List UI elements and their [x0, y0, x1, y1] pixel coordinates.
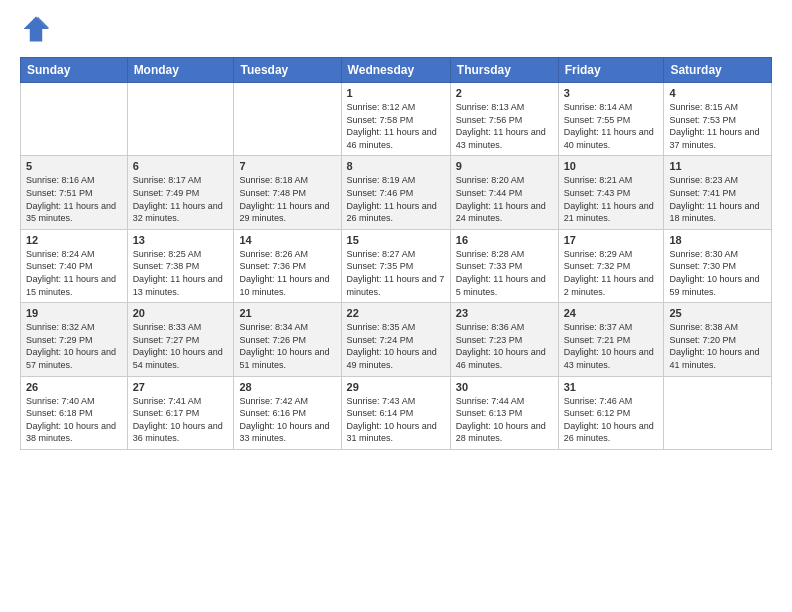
day-number: 10 — [564, 160, 659, 172]
calendar-day-cell: 19Sunrise: 8:32 AM Sunset: 7:29 PM Dayli… — [21, 303, 128, 376]
day-number: 13 — [133, 234, 229, 246]
calendar-day-cell: 15Sunrise: 8:27 AM Sunset: 7:35 PM Dayli… — [341, 229, 450, 302]
calendar-day-cell: 22Sunrise: 8:35 AM Sunset: 7:24 PM Dayli… — [341, 303, 450, 376]
day-number: 12 — [26, 234, 122, 246]
day-info: Sunrise: 8:13 AM Sunset: 7:56 PM Dayligh… — [456, 101, 553, 151]
day-number: 24 — [564, 307, 659, 319]
day-number: 30 — [456, 381, 553, 393]
logo-icon — [22, 15, 50, 43]
day-info: Sunrise: 8:28 AM Sunset: 7:33 PM Dayligh… — [456, 248, 553, 298]
calendar-day-cell: 6Sunrise: 8:17 AM Sunset: 7:49 PM Daylig… — [127, 156, 234, 229]
day-info: Sunrise: 7:46 AM Sunset: 6:12 PM Dayligh… — [564, 395, 659, 445]
calendar-day-cell: 12Sunrise: 8:24 AM Sunset: 7:40 PM Dayli… — [21, 229, 128, 302]
calendar-day-cell — [664, 376, 772, 449]
calendar-day-cell — [127, 83, 234, 156]
calendar-week-row: 5Sunrise: 8:16 AM Sunset: 7:51 PM Daylig… — [21, 156, 772, 229]
day-info: Sunrise: 8:20 AM Sunset: 7:44 PM Dayligh… — [456, 174, 553, 224]
calendar-day-cell: 26Sunrise: 7:40 AM Sunset: 6:18 PM Dayli… — [21, 376, 128, 449]
calendar-day-cell: 5Sunrise: 8:16 AM Sunset: 7:51 PM Daylig… — [21, 156, 128, 229]
calendar-day-cell: 4Sunrise: 8:15 AM Sunset: 7:53 PM Daylig… — [664, 83, 772, 156]
day-number: 4 — [669, 87, 766, 99]
day-number: 20 — [133, 307, 229, 319]
day-number: 15 — [347, 234, 445, 246]
day-info: Sunrise: 8:24 AM Sunset: 7:40 PM Dayligh… — [26, 248, 122, 298]
calendar-day-cell: 8Sunrise: 8:19 AM Sunset: 7:46 PM Daylig… — [341, 156, 450, 229]
calendar-day-cell — [21, 83, 128, 156]
day-number: 8 — [347, 160, 445, 172]
day-info: Sunrise: 7:40 AM Sunset: 6:18 PM Dayligh… — [26, 395, 122, 445]
calendar-day-cell: 29Sunrise: 7:43 AM Sunset: 6:14 PM Dayli… — [341, 376, 450, 449]
day-info: Sunrise: 7:43 AM Sunset: 6:14 PM Dayligh… — [347, 395, 445, 445]
day-info: Sunrise: 8:36 AM Sunset: 7:23 PM Dayligh… — [456, 321, 553, 371]
calendar-day-cell: 1Sunrise: 8:12 AM Sunset: 7:58 PM Daylig… — [341, 83, 450, 156]
calendar-day-cell: 13Sunrise: 8:25 AM Sunset: 7:38 PM Dayli… — [127, 229, 234, 302]
day-info: Sunrise: 8:21 AM Sunset: 7:43 PM Dayligh… — [564, 174, 659, 224]
calendar-day-cell: 25Sunrise: 8:38 AM Sunset: 7:20 PM Dayli… — [664, 303, 772, 376]
calendar-week-row: 19Sunrise: 8:32 AM Sunset: 7:29 PM Dayli… — [21, 303, 772, 376]
day-number: 28 — [239, 381, 335, 393]
calendar-day-cell: 2Sunrise: 8:13 AM Sunset: 7:56 PM Daylig… — [450, 83, 558, 156]
calendar-day-cell: 16Sunrise: 8:28 AM Sunset: 7:33 PM Dayli… — [450, 229, 558, 302]
calendar-day-cell: 21Sunrise: 8:34 AM Sunset: 7:26 PM Dayli… — [234, 303, 341, 376]
day-info: Sunrise: 8:34 AM Sunset: 7:26 PM Dayligh… — [239, 321, 335, 371]
day-info: Sunrise: 7:41 AM Sunset: 6:17 PM Dayligh… — [133, 395, 229, 445]
day-number: 9 — [456, 160, 553, 172]
calendar-day-cell: 3Sunrise: 8:14 AM Sunset: 7:55 PM Daylig… — [558, 83, 664, 156]
day-number: 11 — [669, 160, 766, 172]
day-number: 16 — [456, 234, 553, 246]
day-info: Sunrise: 8:23 AM Sunset: 7:41 PM Dayligh… — [669, 174, 766, 224]
day-info: Sunrise: 8:33 AM Sunset: 7:27 PM Dayligh… — [133, 321, 229, 371]
calendar-day-cell: 28Sunrise: 7:42 AM Sunset: 6:16 PM Dayli… — [234, 376, 341, 449]
day-number: 7 — [239, 160, 335, 172]
calendar-day-cell: 17Sunrise: 8:29 AM Sunset: 7:32 PM Dayli… — [558, 229, 664, 302]
day-number: 1 — [347, 87, 445, 99]
day-of-week-header: Saturday — [664, 58, 772, 83]
calendar-day-cell: 18Sunrise: 8:30 AM Sunset: 7:30 PM Dayli… — [664, 229, 772, 302]
svg-marker-0 — [24, 17, 49, 42]
calendar-day-cell: 20Sunrise: 8:33 AM Sunset: 7:27 PM Dayli… — [127, 303, 234, 376]
day-info: Sunrise: 8:30 AM Sunset: 7:30 PM Dayligh… — [669, 248, 766, 298]
day-info: Sunrise: 8:27 AM Sunset: 7:35 PM Dayligh… — [347, 248, 445, 298]
calendar-week-row: 12Sunrise: 8:24 AM Sunset: 7:40 PM Dayli… — [21, 229, 772, 302]
day-info: Sunrise: 8:15 AM Sunset: 7:53 PM Dayligh… — [669, 101, 766, 151]
calendar-day-cell: 7Sunrise: 8:18 AM Sunset: 7:48 PM Daylig… — [234, 156, 341, 229]
day-of-week-header: Wednesday — [341, 58, 450, 83]
day-number: 22 — [347, 307, 445, 319]
day-of-week-header: Friday — [558, 58, 664, 83]
day-info: Sunrise: 8:38 AM Sunset: 7:20 PM Dayligh… — [669, 321, 766, 371]
day-number: 25 — [669, 307, 766, 319]
calendar-day-cell: 9Sunrise: 8:20 AM Sunset: 7:44 PM Daylig… — [450, 156, 558, 229]
day-number: 31 — [564, 381, 659, 393]
day-number: 23 — [456, 307, 553, 319]
day-info: Sunrise: 8:29 AM Sunset: 7:32 PM Dayligh… — [564, 248, 659, 298]
day-of-week-header: Monday — [127, 58, 234, 83]
day-number: 26 — [26, 381, 122, 393]
day-info: Sunrise: 8:17 AM Sunset: 7:49 PM Dayligh… — [133, 174, 229, 224]
day-number: 19 — [26, 307, 122, 319]
day-info: Sunrise: 8:16 AM Sunset: 7:51 PM Dayligh… — [26, 174, 122, 224]
calendar-day-cell: 14Sunrise: 8:26 AM Sunset: 7:36 PM Dayli… — [234, 229, 341, 302]
day-info: Sunrise: 8:12 AM Sunset: 7:58 PM Dayligh… — [347, 101, 445, 151]
calendar-day-cell: 24Sunrise: 8:37 AM Sunset: 7:21 PM Dayli… — [558, 303, 664, 376]
calendar-day-cell: 23Sunrise: 8:36 AM Sunset: 7:23 PM Dayli… — [450, 303, 558, 376]
header — [20, 15, 772, 47]
day-info: Sunrise: 8:32 AM Sunset: 7:29 PM Dayligh… — [26, 321, 122, 371]
calendar-day-cell — [234, 83, 341, 156]
day-info: Sunrise: 7:44 AM Sunset: 6:13 PM Dayligh… — [456, 395, 553, 445]
calendar-week-row: 26Sunrise: 7:40 AM Sunset: 6:18 PM Dayli… — [21, 376, 772, 449]
day-info: Sunrise: 8:37 AM Sunset: 7:21 PM Dayligh… — [564, 321, 659, 371]
day-of-week-header: Sunday — [21, 58, 128, 83]
day-number: 5 — [26, 160, 122, 172]
calendar-week-row: 1Sunrise: 8:12 AM Sunset: 7:58 PM Daylig… — [21, 83, 772, 156]
day-info: Sunrise: 8:14 AM Sunset: 7:55 PM Dayligh… — [564, 101, 659, 151]
calendar-day-cell: 27Sunrise: 7:41 AM Sunset: 6:17 PM Dayli… — [127, 376, 234, 449]
day-info: Sunrise: 7:42 AM Sunset: 6:16 PM Dayligh… — [239, 395, 335, 445]
day-of-week-header: Thursday — [450, 58, 558, 83]
day-of-week-header: Tuesday — [234, 58, 341, 83]
day-number: 18 — [669, 234, 766, 246]
day-number: 27 — [133, 381, 229, 393]
calendar-day-cell: 11Sunrise: 8:23 AM Sunset: 7:41 PM Dayli… — [664, 156, 772, 229]
day-number: 3 — [564, 87, 659, 99]
day-info: Sunrise: 8:19 AM Sunset: 7:46 PM Dayligh… — [347, 174, 445, 224]
day-info: Sunrise: 8:18 AM Sunset: 7:48 PM Dayligh… — [239, 174, 335, 224]
